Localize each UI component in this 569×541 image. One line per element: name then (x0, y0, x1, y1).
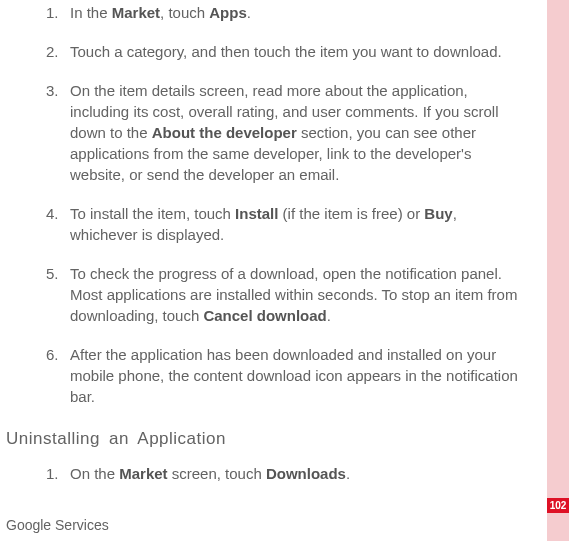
step-number: 6. (46, 344, 59, 365)
step-text: Touch a category, and then touch the ite… (70, 43, 502, 60)
step-number: 2. (46, 41, 59, 62)
step-text: To check the progress of a download, ope… (70, 265, 517, 324)
step-number: 3. (46, 80, 59, 101)
page-number-badge: 102 (547, 498, 569, 513)
main-steps-list: 1.In the Market, touch Apps.2.Touch a ca… (0, 2, 545, 425)
main-step: 3.On the item details screen, read more … (0, 80, 545, 203)
main-step: 2.Touch a category, and then touch the i… (0, 41, 545, 80)
step-number: 4. (46, 203, 59, 224)
step-text: On the item details screen, read more ab… (70, 82, 499, 183)
main-step: 4.To install the item, touch Install (if… (0, 203, 545, 263)
main-step: 1.In the Market, touch Apps. (0, 2, 545, 41)
sub-steps-list: 1.On the Market screen, touch Downloads. (0, 463, 545, 502)
step-text: In the Market, touch Apps. (70, 4, 251, 21)
page: 102 1.In the Market, touch Apps.2.Touch … (0, 0, 569, 541)
step-number: 1. (46, 2, 59, 23)
content-area: 1.In the Market, touch Apps.2.Touch a ca… (0, 0, 545, 502)
sidebar-stripe (547, 0, 569, 541)
bold-term: Downloads (266, 465, 346, 482)
step-number: 5. (46, 263, 59, 284)
main-step: 6.After the application has been downloa… (0, 344, 545, 425)
bold-term: Market (119, 465, 167, 482)
bold-term: Apps (209, 4, 247, 21)
main-step: 5.To check the progress of a download, o… (0, 263, 545, 344)
bold-term: Buy (424, 205, 452, 222)
bold-term: Market (112, 4, 160, 21)
step-number: 1. (46, 463, 59, 484)
bold-term: Install (235, 205, 278, 222)
step-text: On the Market screen, touch Downloads. (70, 465, 350, 482)
bold-term: About the developer (152, 124, 297, 141)
footer-text: Google Services (6, 517, 109, 533)
step-text: After the application has been downloade… (70, 346, 518, 405)
section-heading-uninstalling: Uninstalling an Application (6, 429, 545, 449)
bold-term: Cancel download (203, 307, 326, 324)
step-text: To install the item, touch Install (if t… (70, 205, 457, 243)
sub-step: 1.On the Market screen, touch Downloads. (0, 463, 545, 502)
